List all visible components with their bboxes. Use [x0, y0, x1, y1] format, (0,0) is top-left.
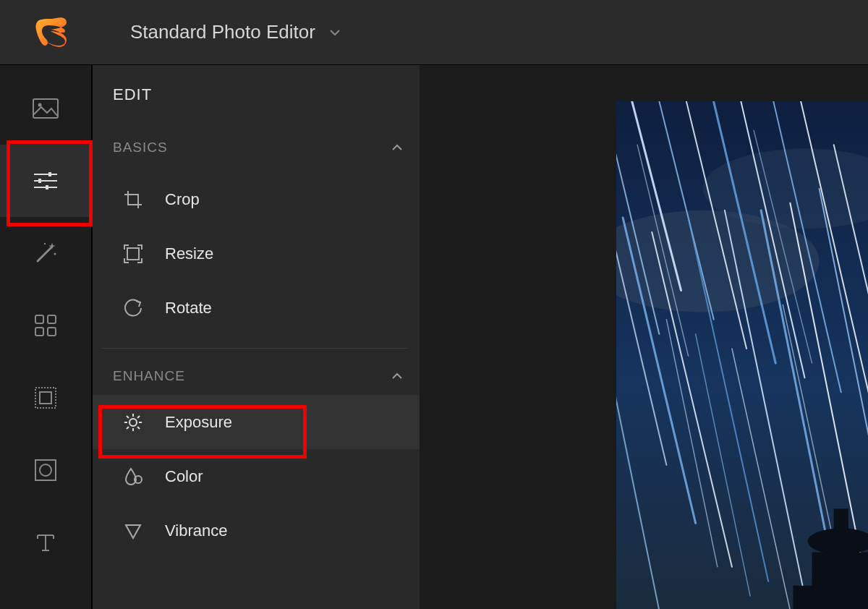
svg-line-31	[137, 427, 140, 429]
sliders-icon	[33, 170, 59, 192]
crop-icon	[122, 188, 145, 211]
item-label: Vibrance	[165, 521, 227, 540]
item-crop[interactable]: Crop	[93, 172, 420, 226]
editor-mode-label: Standard Photo Editor	[130, 21, 315, 43]
item-label: Resize	[165, 244, 213, 263]
rail-item-shapes[interactable]	[0, 434, 91, 506]
item-label: Crop	[165, 190, 200, 209]
image-icon	[33, 98, 59, 119]
app-logo	[33, 15, 68, 50]
rotate-icon	[122, 297, 145, 320]
text-icon	[35, 532, 56, 553]
svg-rect-13	[35, 328, 43, 336]
section-label: BASICS	[113, 140, 168, 156]
svg-rect-0	[33, 99, 58, 118]
svg-rect-6	[38, 179, 41, 183]
item-label: Exposure	[165, 413, 232, 432]
svg-point-18	[40, 464, 51, 476]
svg-line-32	[137, 416, 140, 418]
triangle-icon	[122, 519, 145, 542]
item-resize[interactable]: Resize	[93, 226, 420, 281]
rail-item-edit[interactable]	[0, 145, 91, 217]
svg-rect-7	[46, 185, 48, 189]
edit-panel: EDIT BASICS Crop	[93, 65, 420, 609]
svg-rect-15	[35, 388, 56, 408]
section-divider	[101, 348, 408, 349]
canvas-area[interactable]	[420, 65, 868, 609]
item-vibrance[interactable]: Vibrance	[93, 503, 420, 558]
svg-line-33	[127, 427, 129, 429]
svg-rect-11	[35, 315, 43, 323]
chevron-up-icon	[391, 141, 404, 154]
rail-item-image[interactable]	[0, 72, 91, 145]
section-header-enhance[interactable]: ENHANCE	[93, 362, 420, 391]
section-enhance: ENHANCE	[93, 362, 420, 558]
item-label: Color	[165, 467, 203, 486]
svg-rect-12	[48, 315, 56, 323]
svg-rect-24	[127, 248, 139, 260]
svg-rect-16	[40, 392, 51, 404]
editor-mode-dropdown[interactable]: Standard Photo Editor	[130, 21, 341, 43]
svg-rect-17	[35, 460, 56, 480]
rail-item-grid[interactable]	[0, 289, 91, 362]
section-label: ENHANCE	[113, 368, 185, 384]
app-header: Standard Photo Editor	[0, 0, 868, 65]
sun-icon	[122, 411, 145, 434]
chevron-up-icon	[391, 370, 404, 383]
svg-point-25	[129, 419, 137, 426]
svg-line-30	[127, 416, 129, 418]
svg-rect-5	[48, 172, 51, 176]
tool-rail	[0, 65, 93, 609]
svg-rect-64	[834, 508, 848, 545]
svg-point-1	[38, 103, 42, 107]
item-label: Rotate	[165, 299, 212, 318]
resize-icon	[122, 242, 145, 265]
rail-item-frames[interactable]	[0, 362, 91, 434]
item-color[interactable]: Color	[93, 449, 420, 503]
item-rotate[interactable]: Rotate	[93, 281, 420, 335]
grid-icon	[34, 314, 57, 337]
rail-item-text[interactable]	[0, 506, 91, 579]
svg-line-8	[38, 247, 52, 261]
svg-rect-14	[48, 328, 56, 336]
item-exposure[interactable]: Exposure	[93, 395, 420, 449]
main-area: EDIT BASICS Crop	[0, 65, 868, 609]
svg-point-9	[54, 253, 56, 255]
section-basics: BASICS Crop	[93, 133, 420, 335]
circle-shape-icon	[34, 459, 57, 482]
svg-point-10	[44, 243, 46, 244]
rail-item-effects[interactable]	[0, 217, 91, 289]
photo-preview	[616, 101, 868, 609]
panel-title: EDIT	[93, 65, 420, 111]
section-header-basics[interactable]: BASICS	[93, 133, 420, 162]
chevron-down-icon	[328, 26, 341, 39]
magic-wand-icon	[33, 241, 58, 265]
frames-icon	[34, 386, 57, 409]
droplet-icon	[122, 465, 145, 488]
